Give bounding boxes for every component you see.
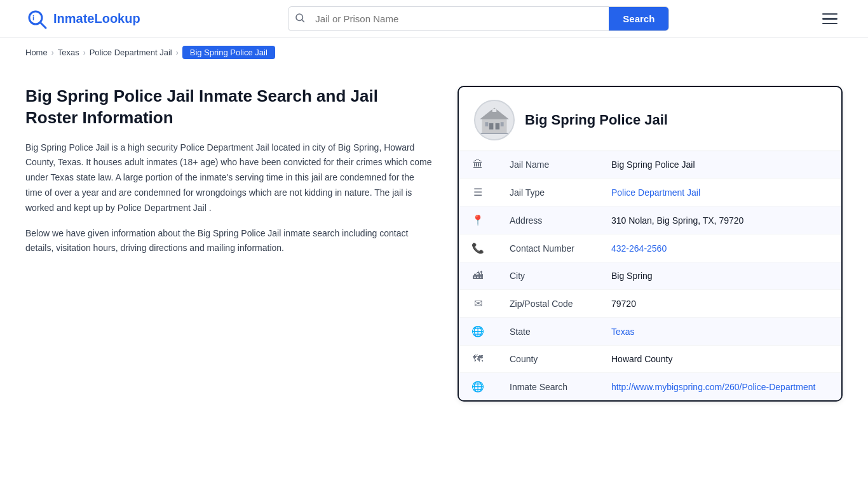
jail-card-header: Big Spring Police Jail [459,87,841,151]
info-value[interactable]: http://www.mybigspring.com/260/Police-De… [599,373,841,401]
jail-card-title: Big Spring Police Jail [525,112,668,128]
hamburger-menu[interactable] [817,8,843,30]
info-value: 79720 [599,290,841,318]
svg-rect-9 [485,122,488,126]
breadcrumb-sep3: › [176,48,179,57]
logo-text-part1: Inmate [53,11,94,25]
info-value[interactable]: 432-264-2560 [599,234,841,262]
page-description-2: Below we have given information about th… [25,226,432,257]
jail-building-icon [478,104,511,137]
breadcrumb-category[interactable]: Police Department Jail [90,48,172,57]
info-label: State [497,318,599,346]
info-table-row: 🏛Jail NameBig Spring Police Jail [459,151,841,179]
info-table-row: 🗺CountyHoward County [459,346,841,373]
info-table-row: 📍Address310 Nolan, Big Spring, TX, 79720 [459,207,841,234]
info-label: Contact Number [497,234,599,262]
info-table-row: 🏙CityBig Spring [459,262,841,290]
info-label: County [497,346,599,373]
logo-text: InmateLookup [53,11,140,26]
search-wrapper: Search [288,6,669,31]
info-table-row: 🌐Inmate Searchhttp://www.mybigspring.com… [459,373,841,401]
logo-text-part2: Lookup [94,11,140,25]
left-column: Big Spring Police Jail Inmate Search and… [25,86,432,256]
breadcrumb-sep2: › [83,48,86,57]
breadcrumb-current: Big Spring Police Jail [182,46,275,59]
jail-info-table: 🏛Jail NameBig Spring Police Jail☰Jail Ty… [459,151,841,400]
search-icon [288,8,311,30]
jail-card: Big Spring Police Jail 🏛Jail NameBig Spr… [458,86,843,402]
breadcrumb: Home › Texas › Police Department Jail › … [0,38,868,67]
search-input[interactable] [311,7,609,30]
info-value-link[interactable]: http://www.mybigspring.com/260/Police-De… [611,382,815,392]
info-table-row: ☰Jail TypePolice Department Jail [459,179,841,207]
svg-text:i: i [32,14,34,22]
phone-icon: 📞 [459,234,497,262]
info-label: Address [497,207,599,234]
info-label: Zip/Postal Code [497,290,599,318]
info-value[interactable]: Police Department Jail [599,179,841,207]
info-value: 310 Nolan, Big Spring, TX, 79720 [599,207,841,234]
breadcrumb-home[interactable]: Home [25,48,48,57]
info-value: Big Spring Police Jail [599,151,841,179]
info-value[interactable]: Texas [599,318,841,346]
logo-icon: i [25,8,48,30]
right-column: Big Spring Police Jail 🏛Jail NameBig Spr… [458,86,843,402]
hamburger-line3 [822,23,837,25]
hamburger-line2 [822,18,837,20]
svg-line-4 [302,20,304,22]
breadcrumb-state[interactable]: Texas [58,48,79,57]
search-area: Search [288,6,669,31]
info-value-link[interactable]: 432-264-2560 [611,243,667,254]
svg-rect-7 [489,123,494,130]
jail-avatar [474,100,515,140]
zip-icon: ✉ [459,290,497,318]
site-header: i InmateLookup Search [0,0,868,38]
county-icon: 🗺 [459,346,497,373]
svg-rect-10 [501,122,504,126]
info-label: Inmate Search [497,373,599,401]
page-description-1: Big Spring Police Jail is a high securit… [25,140,432,216]
info-label: City [497,262,599,290]
info-value: Howard County [599,346,841,373]
type-icon: ☰ [459,179,497,207]
state-icon: 🌐 [459,318,497,346]
svg-line-1 [40,22,46,28]
info-value-link[interactable]: Texas [611,327,635,337]
info-table-row: 📞Contact Number432-264-2560 [459,234,841,262]
site-logo[interactable]: i InmateLookup [25,8,140,30]
hamburger-line1 [822,13,837,15]
svg-rect-11 [492,109,497,112]
breadcrumb-sep1: › [51,48,54,57]
info-table-row: ✉Zip/Postal Code79720 [459,290,841,318]
main-content: Big Spring Police Jail Inmate Search and… [0,67,868,421]
inmate-icon: 🌐 [459,373,497,401]
jail-icon: 🏛 [459,151,497,179]
info-label: Jail Type [497,179,599,207]
info-value-link[interactable]: Police Department Jail [611,187,700,198]
info-value: Big Spring [599,262,841,290]
address-icon: 📍 [459,207,497,234]
city-icon: 🏙 [459,262,497,290]
svg-rect-8 [496,123,500,130]
page-title: Big Spring Police Jail Inmate Search and… [25,86,432,129]
info-table-row: 🌐StateTexas [459,318,841,346]
search-button[interactable]: Search [609,7,668,30]
info-label: Jail Name [497,151,599,179]
